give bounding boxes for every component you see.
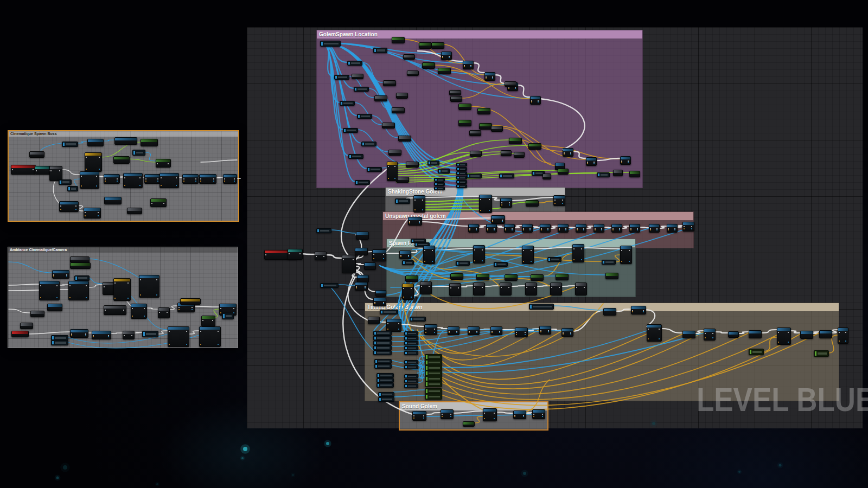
- particle-glow: [777, 463, 783, 468]
- comment-title: Timing Golem Spawn: [365, 303, 839, 311]
- comment-title: Spawn FX: [387, 239, 635, 247]
- panel-title: Cinematique Spawn Boss: [9, 131, 238, 137]
- particle-dot: [56, 477, 59, 479]
- panel-screenshot-cinematique-spawn-boss: Cinematique Spawn Boss: [8, 130, 239, 222]
- particle-dot: [156, 483, 158, 485]
- particle-dot: [523, 472, 526, 475]
- particle-dot: [326, 442, 329, 445]
- particle-dot: [243, 447, 247, 451]
- comment-box-golemspawn-location[interactable]: GolemSpawn Location: [316, 30, 643, 188]
- particle-glow: [240, 456, 245, 461]
- particle-glow: [291, 473, 296, 478]
- panel-title: Ambiance Cinematique/Camera: [8, 247, 238, 253]
- comment-box-spawn-fx[interactable]: Spawn FX: [386, 239, 636, 297]
- particle-dot: [292, 474, 294, 476]
- particle-glow: [737, 470, 742, 474]
- comment-title: GolemSpawn Location: [317, 30, 642, 38]
- particle-glow: [155, 482, 160, 487]
- particle-glow: [240, 444, 250, 454]
- comment-title: Sound Golem: [400, 402, 547, 410]
- comment-title: Unspawn crystal golem: [383, 212, 693, 220]
- panel-screenshot-ambiance-cinematique-camera: Ambiance Cinematique/Camera: [8, 247, 238, 348]
- particle-glow: [324, 440, 331, 447]
- particle-glow: [60, 463, 70, 472]
- particle-dot: [779, 464, 782, 467]
- particle-dot: [738, 471, 741, 473]
- particle-dot: [63, 465, 67, 470]
- particle-dot: [241, 457, 244, 459]
- particle-glow: [55, 475, 61, 481]
- comment-title: ShakingStone Golem: [386, 188, 565, 196]
- watermark-level-blue: LEVEL BLUE: [697, 381, 868, 418]
- blueprint-collage: { "watermark": {"text": "LEVEL BLUE", "c…: [0, 0, 868, 488]
- comment-box-sound-golem[interactable]: Sound Golem: [399, 401, 548, 431]
- particle-glow: [521, 470, 528, 477]
